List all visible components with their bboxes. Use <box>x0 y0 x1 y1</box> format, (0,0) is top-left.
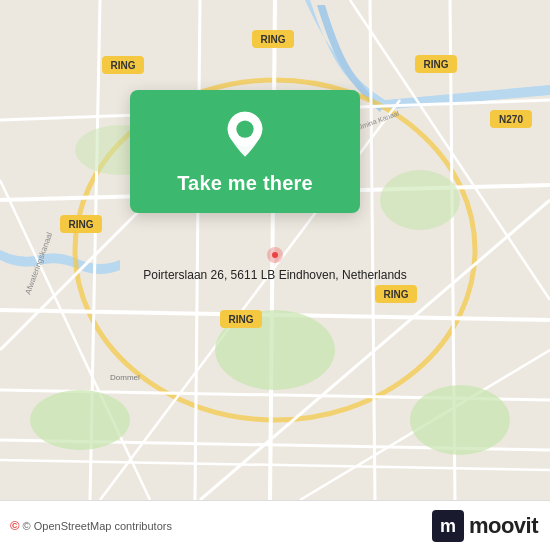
moovit-logo: m moovit <box>432 510 538 542</box>
address-text: Poirterslaan 26, 5611 LB Eindhoven, Neth… <box>143 268 407 282</box>
moovit-m-icon: m <box>432 510 464 542</box>
address-section: Poirterslaan 26, 5611 LB Eindhoven, Neth… <box>0 0 550 550</box>
svg-text:m: m <box>440 516 456 536</box>
bottom-bar: © © OpenStreetMap contributors Poirtersl… <box>0 500 550 550</box>
moovit-brand-text: moovit <box>469 513 538 539</box>
